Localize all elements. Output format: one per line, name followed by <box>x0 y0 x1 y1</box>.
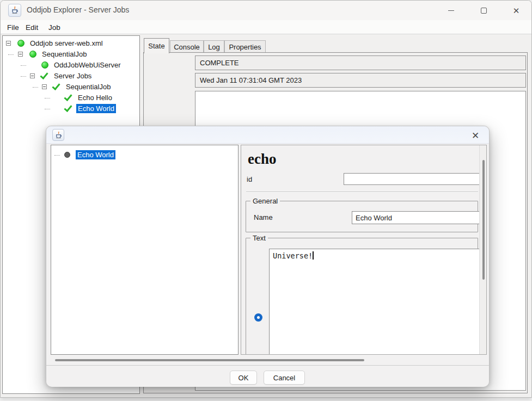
collapse-handle-icon[interactable] <box>42 84 47 89</box>
tree-connector <box>21 65 26 66</box>
form-separator <box>246 192 478 193</box>
general-group-title: General <box>250 197 280 205</box>
window-title: Oddjob Explorer - Server Jobs <box>27 5 129 14</box>
job-complete-icon <box>64 103 72 112</box>
ok-button[interactable]: OK <box>230 371 257 385</box>
job-complete-icon <box>64 92 72 101</box>
cancel-button[interactable]: Cancel <box>264 371 305 385</box>
job-running-icon <box>29 51 36 58</box>
tree-connector <box>45 109 50 109</box>
node-icon <box>64 152 70 158</box>
dialog-form-panel: echo id General Name Echo World Text Uni… <box>241 145 487 355</box>
dialog-button-bar: OK Cancel <box>46 365 489 387</box>
horizontal-scrollbar[interactable] <box>46 355 490 365</box>
tree-item-label[interactable]: OddJobWebUiServer <box>52 60 123 70</box>
menu-bar: File Edit Job <box>1 20 531 34</box>
close-icon: ✕ <box>513 7 520 15</box>
title-bar: Oddjob Explorer - Server Jobs ✕ <box>1 1 531 20</box>
job-complete-icon <box>40 71 48 79</box>
text-input-textarea[interactable]: Universe! <box>269 249 479 355</box>
job-complete-icon <box>52 82 60 90</box>
time-value-field: Wed Jan 11 07:31:04 GMT 2023 <box>195 73 526 88</box>
collapse-handle-icon[interactable] <box>30 73 35 78</box>
tab-log[interactable]: Log <box>204 40 224 53</box>
minimize-icon <box>448 10 454 11</box>
tab-properties[interactable]: Properties <box>224 40 266 53</box>
collapse-handle-icon[interactable] <box>6 41 11 46</box>
menu-edit[interactable]: Edit <box>23 22 40 33</box>
menu-file[interactable]: File <box>5 22 21 33</box>
dialog-close-button[interactable]: ✕ <box>469 129 481 141</box>
java-app-icon <box>8 4 21 17</box>
tree-connector <box>54 155 60 156</box>
tree-connector <box>45 98 50 98</box>
vertical-scrollbar-thumb[interactable] <box>482 160 485 280</box>
tree-item-label[interactable]: Echo Hello <box>76 93 114 102</box>
state-value-field: COMPLETE <box>195 55 526 70</box>
job-running-icon <box>17 40 25 47</box>
java-cup-icon <box>10 6 19 15</box>
dialog-tree-panel: Echo World <box>51 145 239 355</box>
tree-connector <box>21 76 26 77</box>
tree-item-label[interactable]: SequentialJob <box>64 82 112 91</box>
close-icon: ✕ <box>472 131 479 140</box>
dialog-form-clip: echo id General Name Echo World Text Uni… <box>241 145 479 355</box>
text-groupbox: Text Universe! <box>246 238 478 355</box>
close-button[interactable]: ✕ <box>508 4 524 17</box>
dialog-title-bar: ✕ <box>46 126 489 144</box>
id-input[interactable] <box>344 173 479 185</box>
java-app-icon <box>52 129 64 141</box>
collapse-handle-icon[interactable] <box>18 52 23 57</box>
menu-job[interactable]: Job <box>46 22 63 33</box>
vertical-scrollbar[interactable] <box>479 145 487 355</box>
tree-item-label-selected[interactable]: Echo World <box>76 104 116 113</box>
component-type-heading: echo <box>248 151 276 168</box>
maximize-icon <box>481 8 487 14</box>
horizontal-scrollbar-thumb[interactable] <box>55 359 364 361</box>
name-input[interactable]: Echo World <box>352 211 479 224</box>
tab-console[interactable]: Console <box>170 40 204 53</box>
java-cup-icon <box>54 131 63 139</box>
tree-item-label[interactable]: Oddjob server-web.xml <box>28 39 105 48</box>
tree-connector <box>8 54 14 55</box>
echo-job-dialog: ✕ Echo World echo id General Name Echo W… <box>46 126 490 386</box>
minimize-button[interactable] <box>443 4 459 17</box>
text-value: Universe! <box>273 251 313 260</box>
tree-item-label[interactable]: Server Jobs <box>52 71 93 81</box>
tab-state[interactable]: State <box>144 38 169 53</box>
name-label: Name <box>254 213 273 221</box>
text-group-title: Text <box>250 234 268 242</box>
general-groupbox: General Name Echo World <box>246 201 478 232</box>
tree-connector <box>33 87 38 88</box>
job-running-icon <box>41 61 48 69</box>
id-label: id <box>247 175 252 183</box>
maximize-button[interactable] <box>475 4 492 17</box>
tree-item-label[interactable]: SequentialJob <box>40 50 88 59</box>
text-caret <box>313 251 314 260</box>
dialog-tree-item-selected[interactable]: Echo World <box>76 150 115 159</box>
text-option-radio[interactable] <box>254 313 262 322</box>
